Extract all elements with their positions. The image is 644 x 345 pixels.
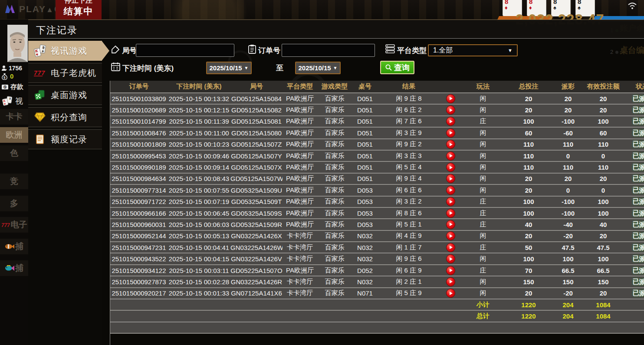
lobby-tile-slots[interactable]: 777 电子 [0,217,28,233]
play-icon [450,120,453,123]
cell-bet-type: 闲 [461,230,505,242]
cell-order: 251015000971722 [110,196,168,207]
bet-records-dialog: 下注记录 9♠ K♥ 视讯游戏 777 电子老虎机 [28,20,644,345]
replay-button[interactable] [446,243,455,252]
replay-button[interactable] [446,105,455,115]
chevron-down-icon: ▼ [333,66,338,70]
replay-button[interactable] [446,197,455,206]
replay-button[interactable] [446,174,455,183]
date-from-select[interactable]: 2025/10/15 ▼ [206,62,252,74]
lobby-tile-europe[interactable]: 欧洲 [0,127,28,143]
total-label: 总计 [461,310,505,322]
replay-button[interactable] [446,151,455,161]
cell-result: 闲 2 庄 1 [378,276,440,287]
menu-item-live-games[interactable]: 9♠ K♥ 视讯游戏 [28,41,102,61]
cell-bet-type: 庄 [461,265,505,276]
replay-button[interactable] [446,209,455,218]
cell-table: D051 [352,127,378,138]
header-total-bet: 总投注 [505,81,552,93]
cell-round: GD05325A1509S [230,207,283,219]
cell-replay [440,139,461,150]
replay-button[interactable] [446,220,455,229]
cell-replay [440,242,461,253]
lobby-tile-jing[interactable]: 竞 [0,174,28,189]
replay-button[interactable] [446,266,455,275]
cell-bet-type: 庄 [461,242,505,253]
cell-status: 已派彩 [623,196,644,207]
subtotal-total-bet: 1220 [505,299,552,310]
menu-item-table-games[interactable]: 桌面游戏 [28,85,102,105]
wallet-balance: $ 0 [1,72,13,80]
replay-button[interactable] [446,163,455,172]
lobby-tile-fishing-2[interactable]: 捕 [0,260,28,276]
cell-total-bet: 150 [505,276,552,287]
cell-result: 闲 3 庄 9 [378,127,440,138]
lobby-tile-kaka[interactable]: 卡卡 [0,109,28,125]
order-input[interactable] [282,44,375,57]
menu-item-points[interactable]: 积分查询 [28,107,102,127]
cell-game: 百家乐 [317,104,352,115]
round-input[interactable] [136,44,234,57]
date-to-value: 2025/10/15 [299,64,331,72]
cell-bet-type: 闲 [461,161,505,173]
cell-platform: 卡卡湾厅 [283,242,317,253]
cell-round: GD05325A1509T [230,196,283,207]
cell-total-bet: 110 [505,161,552,173]
table-row: 2510150010206892025-10-15 00:12:15GD0512… [110,104,644,115]
cell-game: 百家乐 [317,161,352,173]
lobby-tile-duo[interactable]: 多 [0,196,28,211]
query-button[interactable]: 查询 [380,61,414,74]
cell-table: N032 [352,242,378,253]
cell-table: N032 [352,276,378,287]
slots-777-icon: 777 [33,66,46,79]
replay-button[interactable] [446,289,455,298]
cell-game: 百家乐 [317,139,352,150]
menu-item-slots[interactable]: 777 电子老虎机 [28,63,102,83]
cell-valid-bet: 110 [584,139,623,150]
cell-round: GD05125A1507Z [230,139,283,150]
video-games-nav-partial[interactable]: 9 K♥ 视 [2,95,23,107]
play-icon [450,280,453,283]
cell-replay [440,276,461,287]
replay-button[interactable] [446,254,455,263]
lobby-tile-se[interactable]: 色 [0,145,28,161]
deposit-button[interactable]: $ 存款 [1,83,23,91]
bet-table-container: 订单号 下注时间 (美东) 局号 平台类型 游戏类型 桌号 结果 玩法 总投注 … [110,81,644,345]
cell-game: 百家乐 [317,93,352,104]
replay-button[interactable] [446,186,455,195]
replay-button[interactable] [446,277,455,286]
cell-time: 2025-10-15 00:13:32 [168,93,230,104]
cards-icon: 9 K♥ [2,95,13,107]
menu-item-label: 视讯游戏 [51,45,87,57]
cell-round: GN07125A141X6 [230,288,283,299]
empty-row-cell [110,322,644,333]
replay-button[interactable] [446,117,455,126]
replay-button[interactable] [446,140,455,149]
replay-button[interactable] [446,94,455,103]
cell-bet-type: 庄 [461,196,505,207]
date-to-select[interactable]: 2025/10/15 ▼ [295,62,341,74]
cell-order: 251015001008476 [110,127,168,138]
lobby-tile-fishing-1[interactable]: 捕 [0,239,28,254]
cell-time: 2025-10-15 00:02:28 [168,276,230,287]
cell-result: 闲 9 庄 2 [378,139,440,150]
header-payout: 派彩 [552,81,584,93]
menu-item-quota-records[interactable]: 额度记录 [28,129,102,149]
table-row: 2510150009521442025-10-15 00:05:13GN0322… [110,230,644,242]
cell-total-bet: 70 [505,265,552,276]
cell-bet-type: 闲 [461,288,505,299]
cell-payout: -100 [552,196,584,207]
replay-button[interactable] [446,231,455,240]
platform-select[interactable]: 1.全部 ▼ [428,44,518,56]
total-payout: 204 [552,310,584,322]
cell-total-bet: 20 [505,184,552,196]
cell-platform: 卡卡湾厅 [283,253,317,264]
cell-replay [440,150,461,161]
replay-button[interactable] [446,128,455,138]
bet-time-filter-label: 下注时间 (美东) [122,63,174,73]
cell-platform: PA欧洲厅 [283,93,317,104]
avatar[interactable] [7,25,28,62]
cell-round: GD05125A15084 [230,93,283,104]
cell-round: GD05125A1507Y [230,150,283,161]
cell-order: 251015000995453 [110,150,168,161]
